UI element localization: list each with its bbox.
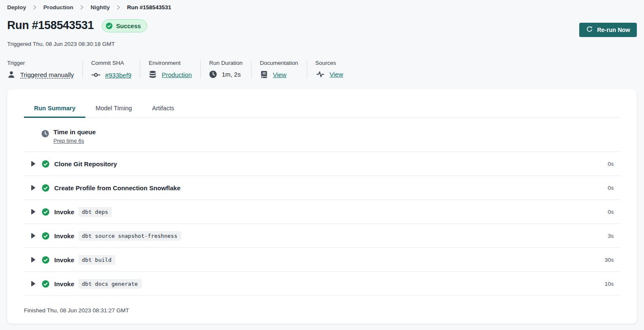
metadata-group-run-duration: Run Duration1m, 2s: [201, 60, 251, 80]
metadata-label: Trigger: [7, 60, 74, 66]
tab-artifacts[interactable]: Artifacts: [142, 99, 184, 118]
step-row-dbt-deps[interactable]: Invokedbt deps0s: [24, 200, 621, 224]
step-row-clone-git-repository[interactable]: Clone Git Repository0s: [24, 152, 621, 176]
caret-right-icon[interactable]: [31, 161, 36, 167]
step-command-chip: dbt docs generate: [78, 279, 142, 289]
book-icon: [260, 70, 268, 79]
check-circle-icon: [42, 232, 50, 240]
metadata-value[interactable]: View: [273, 71, 286, 78]
step-duration: 0s: [608, 185, 614, 191]
page-header: Run #158543531 Success Re-run Now: [7, 19, 637, 37]
metadata-label: Environment: [148, 60, 192, 66]
person-icon: [7, 70, 16, 79]
metadata-value[interactable]: Triggered manually: [20, 71, 74, 78]
step-name: Create Profile from Connection Snowflake: [54, 184, 180, 192]
metadata-label: Run Duration: [209, 60, 243, 66]
page-title: Run #158543531: [7, 19, 94, 32]
metadata-row: TriggerTriggered manuallyCommit SHA#933b…: [7, 60, 637, 80]
success-check-icon: [106, 22, 113, 29]
caret-right-icon[interactable]: [31, 257, 36, 263]
metadata-value[interactable]: Production: [162, 71, 192, 78]
caret-right-icon[interactable]: [31, 281, 36, 287]
step-row-create-profile-from-connection-snowflake[interactable]: Create Profile from Connection Snowflake…: [24, 176, 621, 200]
chevron-right-icon: [32, 5, 37, 10]
metadata-label: Sources: [315, 60, 343, 66]
metadata-label: Commit SHA: [91, 60, 132, 66]
metadata-value: 1m, 2s: [222, 71, 241, 78]
chevron-right-icon: [116, 5, 121, 10]
step-name: Invoke: [54, 256, 74, 263]
step-name: Clone Git Repository: [54, 160, 117, 168]
check-circle-icon: [42, 256, 50, 264]
tab-bar: Run SummaryModel TimingArtifacts: [24, 99, 621, 118]
metadata-group-documentation: DocumentationView: [252, 60, 307, 80]
breadcrumb-item-production[interactable]: Production: [43, 4, 73, 11]
run-detail-page: DeployProductionNightlyRun #158543531 Ru…: [0, 0, 644, 324]
clock-icon: [209, 70, 217, 78]
run-card: Run SummaryModel TimingArtifacts Time in…: [7, 89, 637, 324]
chevron-right-icon: [79, 5, 85, 10]
step-duration: 10s: [604, 281, 614, 287]
step-row-dbt-build[interactable]: Invokedbt build30s: [24, 248, 621, 271]
step-name: Invoke: [54, 280, 74, 287]
check-circle-icon: [42, 184, 50, 192]
commit-icon: [91, 70, 101, 80]
step-command-chip: dbt build: [78, 255, 115, 265]
step-duration: 3s: [608, 233, 614, 239]
breadcrumb-item-run-158543531: Run #158543531: [127, 4, 171, 11]
metadata-value[interactable]: View: [330, 71, 343, 78]
breadcrumb: DeployProductionNightlyRun #158543531: [7, 0, 637, 11]
check-circle-icon: [42, 280, 50, 288]
metadata-group-commit-sha: Commit SHA#933bef9: [83, 60, 140, 80]
step-name: Invoke: [54, 232, 74, 240]
caret-right-icon[interactable]: [31, 233, 36, 239]
queue-clock-icon: [41, 130, 49, 152]
finished-timestamp: Finished Thu, 08 Jun 2023 08:31:27 GMT: [24, 296, 621, 314]
activity-icon: [315, 70, 325, 78]
step-duration: 30s: [604, 257, 614, 263]
step-name: Invoke: [54, 208, 74, 216]
status-badge-label: Success: [116, 23, 141, 29]
check-circle-icon: [42, 160, 50, 168]
breadcrumb-item-nightly[interactable]: Nightly: [90, 4, 110, 11]
refresh-icon: [586, 26, 593, 34]
tab-model-timing[interactable]: Model Timing: [85, 99, 142, 118]
step-command-chip: dbt deps: [78, 207, 112, 217]
tab-run-summary[interactable]: Run Summary: [24, 99, 85, 118]
caret-right-icon[interactable]: [31, 185, 36, 191]
queue-title: Time in queue: [53, 128, 96, 136]
step-duration: 0s: [608, 209, 614, 215]
step-row-dbt-source-snapshot-freshness[interactable]: Invokedbt source snapshot-freshness3s: [24, 224, 621, 248]
metadata-group-sources: SourcesView: [307, 60, 352, 80]
steps-list: Clone Git Repository0sCreate Profile fro…: [24, 152, 621, 296]
status-badge: Success: [102, 19, 147, 32]
prep-time-link[interactable]: Prep time 6s: [53, 138, 84, 144]
step-duration: 0s: [608, 161, 614, 167]
time-in-queue-row: Time in queue Prep time 6s: [24, 118, 621, 152]
rerun-now-label: Re-run Now: [597, 27, 630, 33]
check-circle-icon: [42, 208, 50, 216]
metadata-group-environment: EnvironmentProduction: [140, 60, 200, 80]
metadata-label: Documentation: [260, 60, 298, 66]
metadata-group-trigger: TriggerTriggered manually: [7, 60, 82, 80]
triggered-timestamp: Triggered Thu, 08 Jun 2023 08:30:18 GMT: [7, 41, 637, 47]
rerun-now-button[interactable]: Re-run Now: [579, 23, 637, 37]
step-command-chip: dbt source snapshot-freshness: [78, 231, 181, 241]
caret-right-icon[interactable]: [31, 209, 36, 215]
step-row-dbt-docs-generate[interactable]: Invokedbt docs generate10s: [24, 272, 621, 295]
database-icon: [148, 70, 157, 79]
breadcrumb-item-deploy[interactable]: Deploy: [7, 4, 26, 11]
metadata-value[interactable]: #933bef9: [105, 72, 132, 79]
